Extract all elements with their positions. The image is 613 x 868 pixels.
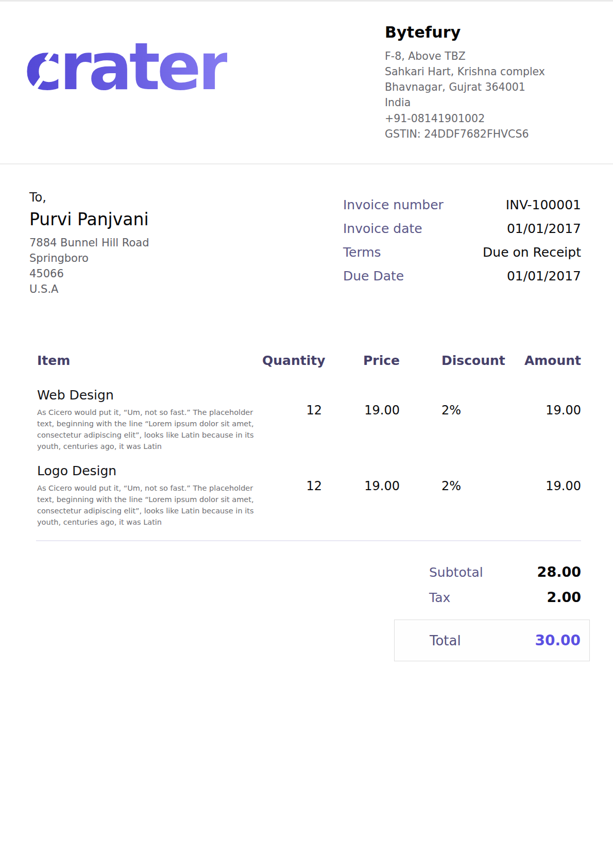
due-date-row: Due Date 01/01/2017 bbox=[343, 269, 581, 283]
company-address-line: F-8, Above TBZ bbox=[385, 48, 545, 64]
items-table-header: Item Quantity Price Discount Amount bbox=[37, 353, 581, 368]
tax-value: 2.00 bbox=[547, 589, 581, 605]
terms-row: Terms Due on Receipt bbox=[343, 245, 581, 260]
customer-address-line: 45066 bbox=[29, 266, 149, 281]
tax-row: Tax 2.00 bbox=[394, 589, 590, 605]
item-amount: 19.00 bbox=[495, 463, 581, 528]
invoice-date-row: Invoice date 01/01/2017 bbox=[343, 221, 581, 236]
item-discount: 2% bbox=[400, 388, 495, 452]
item-name: Web Design bbox=[37, 388, 262, 403]
customer-address-line: Springboro bbox=[29, 251, 149, 266]
billing-and-meta-section: To, Purvi Panjvani 7884 Bunnel Hill Road… bbox=[0, 164, 613, 297]
bill-to-block: To, Purvi Panjvani 7884 Bunnel Hill Road… bbox=[29, 190, 149, 297]
item-quantity: 12 bbox=[262, 388, 322, 452]
customer-name: Purvi Panjvani bbox=[29, 209, 149, 229]
due-date-label: Due Date bbox=[343, 269, 404, 283]
invoice-page: crater Bytefury F-8, Above TBZ Sahkari H… bbox=[0, 0, 613, 868]
invoice-date-label: Invoice date bbox=[343, 221, 422, 236]
invoice-number-value: INV-100001 bbox=[506, 197, 581, 212]
customer-address-line: U.S.A bbox=[29, 281, 149, 297]
item-price: 19.00 bbox=[322, 388, 400, 452]
item-amount: 19.00 bbox=[495, 388, 581, 452]
logo-cut-decoration bbox=[225, 58, 244, 82]
due-date-value: 01/01/2017 bbox=[507, 269, 581, 283]
item-quantity: 12 bbox=[262, 463, 322, 528]
company-gstin: GSTIN: 24DDF7682FHVCS6 bbox=[385, 126, 545, 142]
total-label: Total bbox=[430, 633, 461, 648]
total-value: 30.00 bbox=[535, 632, 581, 649]
crater-logo: crater bbox=[24, 35, 227, 99]
terms-value: Due on Receipt bbox=[483, 245, 581, 260]
item-cell: Logo Design As Cicero would put it, “Um,… bbox=[37, 463, 262, 528]
invoice-meta-block: Invoice number INV-100001 Invoice date 0… bbox=[343, 197, 581, 297]
customer-address-line: 7884 Bunnel Hill Road bbox=[29, 235, 149, 251]
company-address-line: Bhavnagar, Gujrat 364001 bbox=[385, 79, 545, 95]
company-name: Bytefury bbox=[385, 23, 545, 41]
items-bottom-divider bbox=[36, 540, 581, 541]
item-cell: Web Design As Cicero would put it, “Um, … bbox=[37, 388, 262, 452]
bill-to-label: To, bbox=[29, 190, 149, 205]
company-address-line: India bbox=[385, 95, 545, 110]
subtotal-row: Subtotal 28.00 bbox=[394, 564, 590, 580]
company-address-line: Sahkari Hart, Krishna complex bbox=[385, 64, 545, 79]
item-description: As Cicero would put it, “Um, not so fast… bbox=[37, 482, 260, 528]
company-phone: +91-08141901002 bbox=[385, 111, 545, 126]
item-price: 19.00 bbox=[322, 463, 400, 528]
subtotal-label: Subtotal bbox=[429, 565, 483, 580]
items-table: Item Quantity Price Discount Amount Web … bbox=[0, 353, 613, 528]
item-discount: 2% bbox=[400, 463, 495, 528]
item-name: Logo Design bbox=[37, 463, 262, 478]
company-info-block: Bytefury F-8, Above TBZ Sahkari Hart, Kr… bbox=[385, 20, 545, 142]
subtotal-value: 28.00 bbox=[537, 564, 581, 580]
invoice-number-row: Invoice number INV-100001 bbox=[343, 197, 581, 212]
crater-logo-text: crater bbox=[24, 29, 227, 105]
table-row: Logo Design As Cicero would put it, “Um,… bbox=[37, 463, 581, 528]
invoice-date-value: 01/01/2017 bbox=[507, 221, 581, 236]
table-row: Web Design As Cicero would put it, “Um, … bbox=[37, 388, 581, 452]
header-price: Price bbox=[322, 353, 400, 368]
header-quantity: Quantity bbox=[262, 353, 322, 368]
invoice-number-label: Invoice number bbox=[343, 197, 444, 212]
item-description: As Cicero would put it, “Um, not so fast… bbox=[37, 407, 260, 452]
terms-label: Terms bbox=[343, 245, 381, 260]
totals-section: Subtotal 28.00 Tax 2.00 Total 30.00 bbox=[394, 564, 590, 661]
total-box: Total 30.00 bbox=[394, 620, 590, 661]
header-discount: Discount bbox=[400, 353, 495, 368]
tax-label: Tax bbox=[429, 590, 450, 605]
header-amount: Amount bbox=[495, 353, 581, 368]
header-item: Item bbox=[37, 353, 262, 368]
invoice-header: crater Bytefury F-8, Above TBZ Sahkari H… bbox=[0, 2, 613, 164]
